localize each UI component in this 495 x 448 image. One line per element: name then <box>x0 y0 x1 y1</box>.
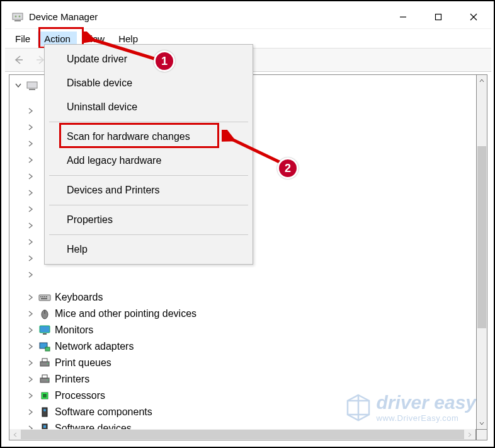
menu-item-update-driver[interactable]: Update driver <box>45 47 252 71</box>
expand-icon[interactable] <box>27 238 35 246</box>
scroll-thumb[interactable] <box>21 430 464 439</box>
menu-item-disable-device[interactable]: Disable device <box>45 71 252 95</box>
svg-rect-16 <box>46 296 47 297</box>
svg-point-3 <box>19 15 21 17</box>
tree-item-monitors[interactable]: Monitors <box>11 322 486 338</box>
expand-icon[interactable] <box>27 271 35 279</box>
svg-point-2 <box>15 15 17 17</box>
component-icon <box>38 406 51 418</box>
expand-icon[interactable] <box>27 359 35 367</box>
svg-rect-12 <box>39 295 50 301</box>
svg-point-26 <box>47 363 48 364</box>
menu-item-label: Devices and Printers <box>67 185 160 196</box>
menu-separator <box>49 234 248 235</box>
collapse-icon[interactable] <box>14 82 22 89</box>
menu-file[interactable]: File <box>9 32 37 46</box>
menu-separator <box>49 122 248 122</box>
watermark: driver easy www.DriverEasy.com <box>345 393 476 423</box>
scroll-corner <box>476 429 487 440</box>
menu-item-add-legacy[interactable]: Add legacy hardware <box>45 149 252 173</box>
expand-icon[interactable] <box>27 255 35 262</box>
scroll-right-button[interactable] <box>464 429 475 440</box>
menu-item-label: Update driver <box>67 54 127 65</box>
tree-item-printqueues[interactable]: Print queues <box>11 355 486 371</box>
menu-item-label: Properties <box>67 214 113 226</box>
menu-item-help[interactable]: Help <box>45 238 252 261</box>
menu-item-label: Scan for hardware changes <box>67 131 190 142</box>
watermark-title: driver easy <box>377 393 476 412</box>
svg-point-33 <box>43 409 46 411</box>
tree-item-label: Network adapters <box>55 341 134 352</box>
expand-icon[interactable] <box>27 140 35 147</box>
mouse-icon <box>38 307 51 320</box>
expand-icon[interactable] <box>27 310 35 318</box>
expand-icon[interactable] <box>27 408 35 416</box>
expand-icon[interactable] <box>27 205 35 213</box>
menu-item-uninstall-device[interactable]: Uninstall device <box>45 95 252 119</box>
expand-icon[interactable] <box>27 123 35 131</box>
minimize-button[interactable] <box>385 5 421 28</box>
watermark-logo-icon <box>345 393 372 423</box>
monitor-icon <box>38 324 51 336</box>
keyboard-icon <box>38 291 51 304</box>
action-dropdown-menu: Update driver Disable device Uninstall d… <box>44 44 253 265</box>
scroll-left-button[interactable] <box>9 429 21 440</box>
computer-icon <box>26 79 38 92</box>
scroll-thumb[interactable] <box>477 146 486 328</box>
expand-icon[interactable] <box>27 326 35 334</box>
expand-icon[interactable] <box>27 376 35 383</box>
svg-rect-5 <box>436 14 441 20</box>
svg-rect-35 <box>43 425 46 428</box>
svg-point-29 <box>47 379 48 381</box>
svg-rect-23 <box>45 347 50 351</box>
expand-icon[interactable] <box>27 189 35 197</box>
maximize-button[interactable] <box>421 5 456 28</box>
expand-icon[interactable] <box>27 107 35 115</box>
svg-rect-17 <box>41 298 47 299</box>
svg-rect-28 <box>42 375 47 378</box>
menu-separator <box>49 205 248 205</box>
expand-icon[interactable] <box>27 343 35 350</box>
menu-item-label: Help <box>67 244 88 255</box>
printer-icon <box>38 357 51 369</box>
tree-item-label: Software components <box>55 406 152 418</box>
watermark-url: www.DriverEasy.com <box>377 414 476 422</box>
expand-icon[interactable] <box>27 222 35 229</box>
annotation-badge-2: 2 <box>277 158 299 179</box>
close-button[interactable] <box>456 5 491 28</box>
network-icon <box>38 340 51 353</box>
menu-item-devices-printers[interactable]: Devices and Printers <box>45 178 252 202</box>
menu-item-scan-hardware[interactable]: Scan for hardware changes <box>45 125 252 149</box>
tree-item-label: Print queues <box>55 357 111 369</box>
tree-item-label: Printers <box>55 374 89 385</box>
expand-icon[interactable] <box>27 173 35 180</box>
tree-item-label: Monitors <box>55 325 93 336</box>
svg-rect-31 <box>43 394 47 398</box>
svg-rect-25 <box>42 359 47 362</box>
cpu-icon <box>38 389 51 402</box>
expand-icon[interactable] <box>27 392 35 399</box>
window-title: Device Manager <box>29 11 98 22</box>
toolbar-back-button[interactable] <box>10 52 26 68</box>
vertical-scrollbar[interactable] <box>476 74 487 429</box>
horizontal-scrollbar[interactable] <box>9 429 476 440</box>
tree-item-network[interactable]: Network adapters <box>11 338 486 355</box>
tree-item-mice[interactable]: Mice and other pointing devices <box>11 306 486 322</box>
menu-item-properties[interactable]: Properties <box>45 208 252 232</box>
tree-item-label: Keyboards <box>55 292 103 303</box>
tree-item-printers[interactable]: Printers <box>11 371 486 388</box>
expand-icon[interactable] <box>27 156 35 164</box>
menu-item-label: Disable device <box>67 78 132 89</box>
svg-rect-13 <box>40 296 42 297</box>
svg-rect-20 <box>40 326 50 333</box>
scroll-up-button[interactable] <box>477 75 487 86</box>
tree-item[interactable] <box>11 267 486 283</box>
expand-icon[interactable] <box>27 294 35 301</box>
menu-item-label: Uninstall device <box>67 101 137 113</box>
menu-item-label: Add legacy hardware <box>67 155 161 166</box>
device-manager-icon <box>11 11 24 23</box>
svg-rect-10 <box>27 82 37 88</box>
tree-item-keyboards[interactable]: Keyboards <box>11 289 486 306</box>
title-bar: Device Manager <box>5 5 491 29</box>
scroll-down-button[interactable] <box>477 418 487 429</box>
